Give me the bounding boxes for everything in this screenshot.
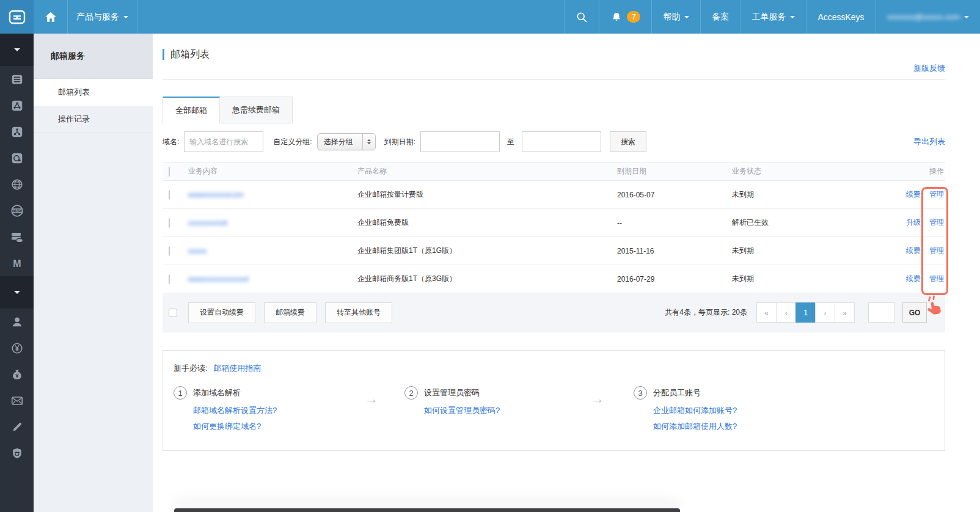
nav-tickets-menu[interactable]: 工单服务 (740, 0, 806, 34)
table-action-bar: 设置自动续费 邮箱续费 转至其他账号 共有4条，每页显示: 20条 « ‹ 1 … (163, 293, 945, 332)
page-1-button[interactable]: 1 (795, 302, 816, 323)
select-all-checkbox[interactable] (169, 167, 170, 177)
col-header-expire: 到期日期 (617, 166, 732, 177)
guide-link[interactable]: 如何设置管理员密码? (424, 403, 500, 419)
domain-search-input[interactable] (184, 131, 263, 152)
nav-products-menu[interactable]: 产品与服务 (67, 0, 137, 34)
rail-item-cdn[interactable] (0, 171, 34, 197)
rail-item-storage[interactable] (0, 224, 34, 250)
status-text: 未到期 (732, 189, 883, 200)
group-select[interactable]: 选择分组 (317, 133, 376, 150)
mailbox-renew-button[interactable]: 邮箱续费 (264, 302, 316, 323)
rail-collapse-bottom[interactable] (0, 276, 34, 309)
rail-item-mail[interactable] (0, 387, 34, 414)
rail-collapse-top[interactable] (0, 34, 34, 66)
page-next-button[interactable]: › (815, 302, 835, 323)
pagination-summary: 共有4条，每页显示: 20条 (665, 307, 747, 318)
search-button[interactable]: 搜索 (610, 131, 646, 152)
arrow-right-icon: → (591, 391, 604, 407)
guide-manual-link[interactable]: 邮箱使用指南 (213, 364, 261, 373)
sidebar-item-mail-list[interactable]: 邮箱列表 (34, 79, 153, 106)
upgrade-link[interactable]: 升级 (906, 218, 921, 228)
product-name: 企业邮箱按量计费版 (357, 189, 617, 200)
letter-m-icon: M (10, 256, 24, 271)
manage-link[interactable]: 管理 (929, 246, 944, 256)
manage-link[interactable]: 管理 (929, 218, 944, 228)
server-list-icon (10, 73, 24, 86)
table-row: wwwxxxxxxxcom 企业邮箱按量计费版 2016-05-07 未到期 续… (163, 181, 945, 209)
select-arrows-icon (362, 134, 375, 150)
rail-item-nodes[interactable] (0, 119, 34, 145)
domain-link-blurred[interactable]: wwwxxxxxxxxxxxd (188, 275, 249, 283)
nav-beian[interactable]: 备案 (700, 0, 740, 34)
rail-item-balancer[interactable] (0, 92, 34, 119)
tab-renew-soon[interactable]: 急需续费邮箱 (220, 97, 293, 123)
renew-link[interactable]: 续费 (906, 274, 921, 284)
rail-item-billing[interactable] (0, 335, 34, 361)
guide-link[interactable]: 如何添加邮箱使用人数? (653, 419, 737, 434)
expire-date-from-input[interactable] (420, 131, 500, 152)
person-icon (10, 315, 24, 329)
go-button[interactable]: GO (902, 302, 927, 323)
notifications-button[interactable]: 7 (599, 0, 651, 34)
product-name: 企业邮箱免费版 (357, 218, 617, 228)
step-number: 1 (174, 386, 187, 400)
row-checkbox[interactable] (169, 218, 170, 228)
expire-date: 2016-07-29 (617, 275, 732, 283)
account-menu[interactable]: xxxxxxx@xxxxx.com (876, 0, 980, 34)
shield-icon (10, 447, 24, 460)
select-all-checkbox-bottom[interactable] (169, 309, 177, 317)
guide-link[interactable]: 企业邮箱如何添加账号? (653, 403, 737, 419)
rail-item-account[interactable] (0, 309, 34, 335)
expire-date: 2015-11-16 (617, 247, 732, 255)
page-last-button[interactable]: » (835, 302, 855, 323)
rail-item-mqs[interactable]: M (0, 250, 34, 276)
manage-link[interactable]: 管理 (929, 189, 944, 200)
row-checkbox[interactable] (169, 190, 170, 200)
rail-item-security[interactable] (0, 440, 34, 466)
aliyun-logo[interactable] (0, 0, 34, 34)
filter-bar: 域名: 自定义分组: 选择分组 到期日期: 至 搜索 导出列表 (163, 131, 945, 152)
domain-link-blurred[interactable]: wwwxxxxxxxcom (188, 191, 244, 199)
rail-item-dns[interactable]: DNS (0, 197, 34, 224)
tab-all-mailboxes[interactable]: 全部邮箱 (163, 97, 220, 123)
page-first-button[interactable]: « (756, 302, 777, 323)
expire-date: 2016-05-07 (617, 191, 732, 199)
chevron-down-icon (964, 16, 969, 21)
domain-link-blurred[interactable]: xxxxxxxxnet (188, 219, 228, 227)
step-title: 分配员工账号 (653, 387, 701, 398)
row-checkbox[interactable] (169, 274, 170, 284)
nav-help-menu[interactable]: 帮助 (651, 0, 700, 34)
rail-item-edit[interactable] (0, 414, 34, 440)
rail-item-server[interactable] (0, 66, 34, 92)
renew-link[interactable]: 续费 (906, 189, 921, 200)
sidebar-item-operation-log[interactable]: 操作记录 (34, 106, 153, 133)
transfer-account-button[interactable]: 转至其他账号 (325, 302, 392, 323)
domain-link-blurred[interactable]: xxxxx (188, 247, 207, 255)
status-text: 未到期 (732, 274, 883, 284)
beginner-guide-box: 新手必读: 邮箱使用指南 1 添加域名解析 邮箱域名解析设置方法? 如何更换绑定… (163, 350, 945, 451)
export-list-link[interactable]: 导出列表 (913, 136, 945, 147)
rail-item-funds[interactable] (0, 361, 34, 387)
row-checkbox[interactable] (169, 246, 170, 256)
home-button[interactable] (34, 0, 67, 34)
main-content: 邮箱列表 新版反馈 全部邮箱 急需续费邮箱 域名: 自定义分组: 选择分组 到期… (153, 34, 980, 512)
table-row: xxxxx 企业邮箱集团版1T（原1G版） 2015-11-16 未到期 续费 … (163, 237, 945, 265)
manage-link[interactable]: 管理 (929, 274, 944, 284)
renew-link[interactable]: 续费 (906, 246, 921, 256)
table-header-row: 业务内容 产品名称 到期日期 业务状态 操作 (163, 162, 945, 181)
rail-item-database[interactable] (0, 145, 34, 171)
guide-link[interactable]: 如何更换绑定域名? (193, 419, 277, 434)
arrow-right-icon: → (365, 391, 378, 407)
nav-accesskeys[interactable]: AccessKeys (806, 0, 875, 34)
guide-link[interactable]: 邮箱域名解析设置方法? (193, 403, 277, 419)
page-prev-button[interactable]: ‹ (776, 302, 796, 323)
status-text: 解析已生效 (732, 218, 883, 228)
auto-renew-button[interactable]: 设置自动续费 (188, 302, 255, 323)
sidebar-header: 邮箱服务 (34, 34, 153, 79)
page-number-input[interactable] (868, 302, 895, 323)
col-header-content: 业务内容 (188, 166, 357, 177)
feedback-link[interactable]: 新版反馈 (913, 63, 945, 74)
expire-date-to-input[interactable] (522, 131, 601, 152)
search-button[interactable] (564, 0, 599, 34)
